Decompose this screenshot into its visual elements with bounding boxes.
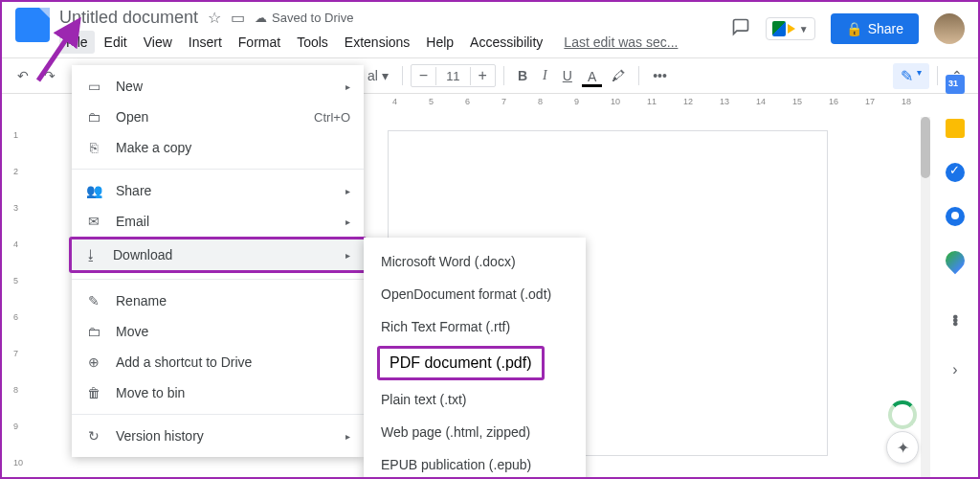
meet-icon — [772, 21, 795, 36]
download-submenu: Microsoft Word (.docx) OpenDocument form… — [364, 238, 586, 479]
share-button[interactable]: 🔒Share — [831, 13, 919, 44]
editing-mode-button[interactable]: ✎▾ — [893, 63, 929, 89]
shortcut-icon: ⊕ — [85, 354, 102, 370]
download-icon: ⭳ — [82, 247, 100, 262]
calendar-icon[interactable] — [946, 75, 965, 94]
menu-item-shortcut[interactable]: ⊕Add a shortcut to Drive — [72, 347, 364, 377]
folder-icon: 🗀 — [85, 109, 102, 125]
more-apps-icon[interactable]: ••• — [947, 314, 964, 325]
document-icon: ▭ — [85, 79, 102, 94]
rename-icon: ✎ — [85, 293, 102, 308]
menu-insert[interactable]: Insert — [182, 31, 229, 54]
menu-item-email[interactable]: ✉Email▸ — [72, 206, 364, 237]
collapse-panel-icon[interactable]: › — [952, 361, 957, 378]
chevron-down-icon: ▼ — [799, 24, 809, 34]
download-odt[interactable]: OpenDocument format (.odt) — [364, 278, 586, 310]
history-icon: ↻ — [85, 428, 102, 444]
font-size-control[interactable]: − 11 + — [411, 64, 496, 87]
vertical-ruler[interactable]: 12345678910 — [10, 113, 27, 477]
font-size-value[interactable]: 11 — [435, 67, 470, 85]
menu-item-open[interactable]: 🗀OpenCtrl+O — [72, 102, 364, 132]
email-icon: ✉ — [85, 214, 102, 229]
download-docx[interactable]: Microsoft Word (.docx) — [364, 245, 586, 278]
highlight-button[interactable]: 🖍 — [606, 64, 631, 87]
pencil-icon: ✎ — [901, 67, 913, 85]
font-dropdown[interactable]: al ▾ — [362, 64, 394, 87]
more-icon[interactable]: ••• — [647, 64, 673, 87]
menu-item-copy[interactable]: ⎘Make a copy — [72, 132, 364, 163]
menu-item-move[interactable]: 🗀Move — [72, 316, 364, 347]
menu-file[interactable]: File — [59, 31, 95, 54]
move-folder-icon[interactable]: ▭ — [231, 9, 245, 27]
star-icon[interactable]: ☆ — [208, 9, 221, 27]
file-menu-dropdown: ▭New▸ 🗀OpenCtrl+O ⎘Make a copy 👥Share▸ ✉… — [72, 65, 364, 457]
menu-help[interactable]: Help — [419, 31, 460, 54]
download-html[interactable]: Web page (.html, zipped) — [364, 416, 586, 448]
italic-button[interactable]: I — [537, 64, 553, 87]
undo-button[interactable]: ↶ — [11, 64, 34, 87]
tasks-icon[interactable] — [946, 163, 965, 182]
bold-button[interactable]: B — [512, 64, 533, 87]
text-color-button[interactable]: A — [582, 65, 602, 87]
menu-item-new[interactable]: ▭New▸ — [72, 71, 364, 102]
menu-accessibility[interactable]: Accessibility — [463, 31, 549, 54]
comment-icon[interactable] — [731, 17, 750, 40]
doc-title[interactable]: Untitled document — [59, 8, 198, 28]
cloud-icon: ☁ — [255, 11, 267, 25]
download-txt[interactable]: Plain text (.txt) — [364, 383, 586, 416]
keep-icon[interactable] — [946, 119, 965, 138]
menu-tools[interactable]: Tools — [290, 31, 335, 54]
menu-edit[interactable]: Edit — [98, 31, 134, 54]
menu-format[interactable]: Format — [232, 31, 287, 54]
menu-item-history[interactable]: ↻Version history▸ — [72, 421, 364, 451]
move-icon: 🗀 — [85, 324, 102, 339]
maps-icon[interactable] — [942, 247, 969, 274]
share-icon: 👥 — [85, 183, 102, 198]
underline-button[interactable]: U — [557, 64, 578, 87]
last-edit-info[interactable]: Last edit was sec... — [564, 31, 678, 54]
font-size-decrease[interactable]: − — [412, 65, 435, 86]
font-size-increase[interactable]: + — [471, 65, 495, 86]
user-avatar[interactable] — [934, 13, 965, 44]
cloud-status: ☁Saved to Drive — [255, 11, 353, 25]
download-pdf[interactable]: PDF document (.pdf) — [377, 346, 545, 380]
menu-item-share[interactable]: 👥Share▸ — [72, 175, 364, 206]
loading-ring-icon — [888, 400, 917, 429]
download-rtf[interactable]: Rich Text Format (.rtf) — [364, 310, 586, 343]
scrollbar[interactable] — [921, 117, 930, 479]
menu-item-rename[interactable]: ✎Rename — [72, 285, 364, 316]
docs-logo[interactable] — [15, 8, 50, 42]
contacts-icon[interactable] — [946, 207, 965, 226]
menu-item-bin[interactable]: 🗑Move to bin — [72, 377, 364, 408]
redo-button[interactable]: ↷ — [38, 64, 61, 87]
meet-button[interactable]: ▼ — [766, 17, 815, 40]
menu-extensions[interactable]: Extensions — [338, 31, 416, 54]
trash-icon: 🗑 — [85, 385, 102, 400]
explore-button[interactable]: ✦ — [886, 431, 919, 464]
menu-item-download[interactable]: ⭳Download▸ — [69, 237, 367, 273]
copy-icon: ⎘ — [85, 140, 102, 155]
download-epub[interactable]: EPUB publication (.epub) — [364, 448, 586, 479]
menu-view[interactable]: View — [137, 31, 179, 54]
lock-icon: 🔒 — [846, 21, 862, 36]
